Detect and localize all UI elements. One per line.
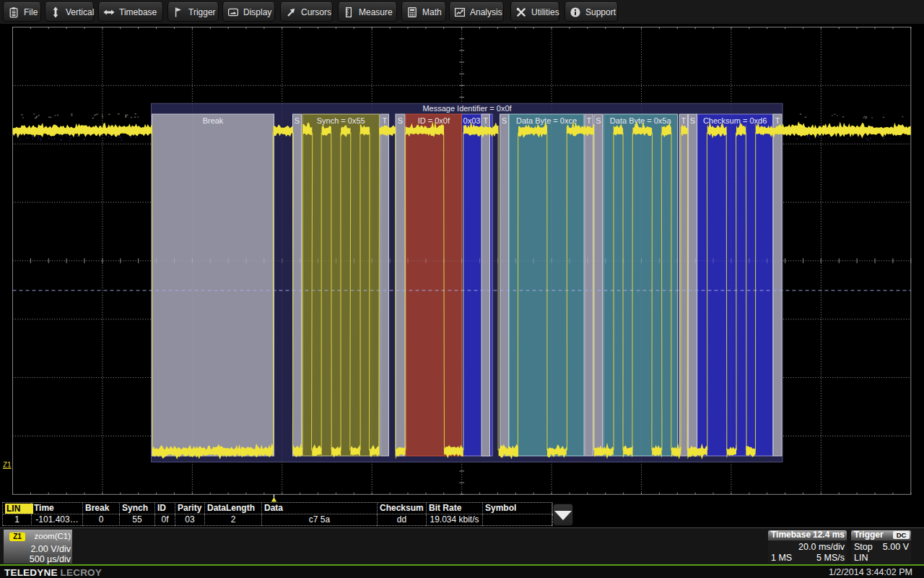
svg-text:Z1: Z1	[3, 461, 12, 469]
svg-text:Message Identifier = 0x0f: Message Identifier = 0x0f	[422, 104, 512, 113]
svg-text:S: S	[596, 116, 601, 125]
svg-text:Break: Break	[203, 116, 224, 125]
svg-text:S: S	[398, 116, 403, 125]
svg-text:T: T	[586, 116, 591, 125]
svg-text:S: S	[502, 116, 507, 125]
svg-text:S: S	[295, 116, 300, 125]
svg-text:Data Byte = 0x5a: Data Byte = 0x5a	[610, 116, 672, 125]
svg-text:Synch = 0x55: Synch = 0x55	[317, 116, 365, 125]
svg-text:Checksum = 0xd6: Checksum = 0xd6	[703, 116, 767, 125]
svg-text:T: T	[483, 116, 488, 125]
svg-text:T: T	[382, 116, 387, 125]
svg-text:ID = 0x0f: ID = 0x0f	[418, 116, 450, 125]
svg-text:0x03: 0x03	[463, 116, 481, 125]
svg-text:T: T	[775, 116, 780, 125]
svg-text:T: T	[681, 116, 686, 125]
svg-text:Data Byte = 0xce: Data Byte = 0xce	[516, 116, 577, 125]
svg-text:S: S	[690, 116, 695, 125]
